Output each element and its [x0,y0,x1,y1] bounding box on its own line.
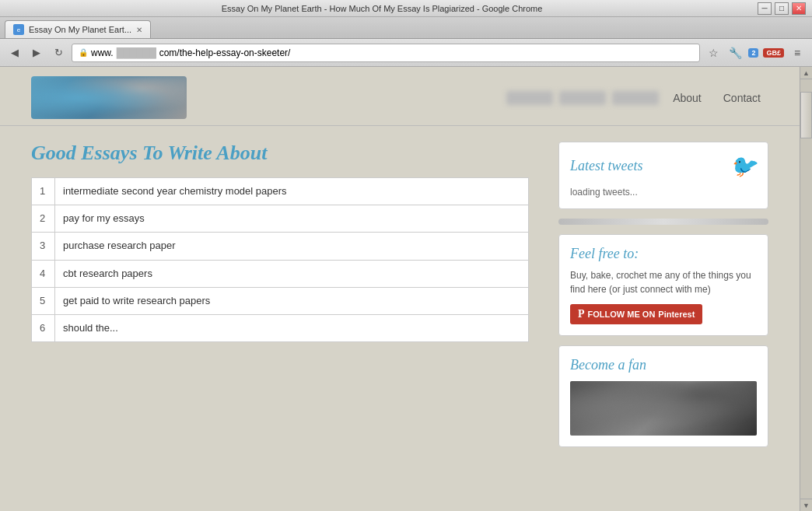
fan-image [570,381,757,436]
nav-blurred-2 [559,91,606,105]
row-num: 1 [32,178,55,205]
ext-badge-2[interactable]: GB£ [763,48,784,58]
table-row: 1 intermediate second year chemistry mod… [32,178,529,205]
tab-label: Essay On My Planet Eart... [29,25,131,34]
become-fan-widget: Become a fan [558,345,768,447]
row-num: 5 [32,287,55,314]
tweets-loading: loading tweets... [570,187,757,198]
maximize-button[interactable]: □ [775,2,789,15]
browser-titlebar: Essay On My Planet Earth - How Much Of M… [0,0,812,17]
main-column: Good Essays To Write About 1 intermediat… [31,142,543,457]
chrome-menu-icon[interactable]: ≡ [789,44,806,61]
ext-badge-1[interactable]: 2 [748,48,758,58]
tab-close-button[interactable]: ✕ [136,26,142,34]
page-content: About Contact Good Essays To Write About… [0,67,800,511]
minimize-button[interactable]: ─ [758,2,772,15]
sidebar-column: Latest tweets 🐦 loading tweets... Feel f… [558,142,768,457]
twitter-bird-icon: 🐦 [730,153,757,179]
row-num: 6 [32,314,55,341]
address-bar: ◀ ▶ ↻ 🔒 www. ██████ com/the-help-essay-o… [0,39,812,67]
pinterest-follow-button[interactable]: P FOLLOW ME ON Pinterest [570,304,702,324]
reload-button[interactable]: ↻ [50,44,67,61]
logo-image [31,76,187,119]
feel-free-title: Feel free to: [570,246,757,262]
window-controls: ─ □ ✕ [758,2,806,15]
browser-title: Essay On My Planet Earth - How Much Of M… [6,4,758,13]
scroll-up-button[interactable]: ▲ [800,67,812,79]
table-row: 2 pay for my essays [32,205,529,233]
table-row: 4 cbt research papers [32,260,529,287]
active-tab[interactable]: e Essay On My Planet Eart... ✕ [5,20,151,38]
pinterest-label: FOLLOW ME ON [588,310,656,319]
pinterest-name: Pinterest [658,310,695,319]
fan-image-blur [570,381,757,436]
forward-button[interactable]: ▶ [28,44,45,61]
sidebar-divider [558,219,768,225]
become-fan-title: Become a fan [570,357,757,373]
content-table: 1 intermediate second year chemistry mod… [31,177,529,342]
tweets-title-text: Latest tweets [570,158,643,174]
row-text: purchase research paper [55,233,529,260]
toolbar-right: ☆ 🔧 2 GB£ ≡ [705,44,806,61]
url-display: www. [91,47,114,58]
close-button[interactable]: ✕ [792,2,806,15]
table-row: 5 get paid to write research papers [32,287,529,314]
nav-about-link[interactable]: About [665,89,709,107]
row-text: should the... [55,314,529,341]
tweets-widget: Latest tweets 🐦 loading tweets... [558,142,768,209]
page-wrapper: About Contact Good Essays To Write About… [0,67,812,511]
row-text: get paid to write research papers [55,287,529,314]
row-num: 4 [32,260,55,287]
feel-free-text: Buy, bake, crochet me any of the things … [570,268,757,296]
scrollbar[interactable]: ▲ ▼ [800,67,812,511]
tab-bar: e Essay On My Planet Eart... ✕ [0,17,812,39]
scroll-down-button[interactable]: ▼ [800,499,812,511]
url-blurred: ██████ [117,47,156,58]
tab-favicon: e [13,24,24,35]
nav-blurred-3 [612,91,659,105]
row-text: intermediate second year chemistry model… [55,178,529,205]
site-header: About Contact [0,67,800,126]
row-text: cbt research papers [55,260,529,287]
site-logo [31,76,187,119]
table-row: 6 should the... [32,314,529,341]
feel-free-widget: Feel free to: Buy, bake, crochet me any … [558,234,768,336]
url-lock-icon: 🔒 [79,48,88,57]
pinterest-p-icon: P [578,308,585,320]
row-num: 3 [32,233,55,260]
site-nav: About Contact [506,89,768,107]
extensions-icon[interactable]: 🔧 [726,44,744,61]
url-path: com/the-help-essay-on-skeeter/ [159,47,291,58]
main-area: Good Essays To Write About 1 intermediat… [0,126,800,472]
table-row: 3 purchase research paper [32,233,529,260]
row-text: pay for my essays [55,205,529,233]
nav-contact-link[interactable]: Contact [716,89,768,107]
scrollbar-thumb[interactable] [800,92,812,138]
tweets-widget-title: Latest tweets 🐦 [570,153,757,179]
bookmark-star-icon[interactable]: ☆ [705,44,722,61]
nav-blurred-1 [506,91,553,105]
row-num: 2 [32,205,55,233]
url-input[interactable]: 🔒 www. ██████ com/the-help-essay-on-skee… [72,44,700,62]
page-title: Good Essays To Write About [31,142,543,165]
back-button[interactable]: ◀ [6,44,23,61]
